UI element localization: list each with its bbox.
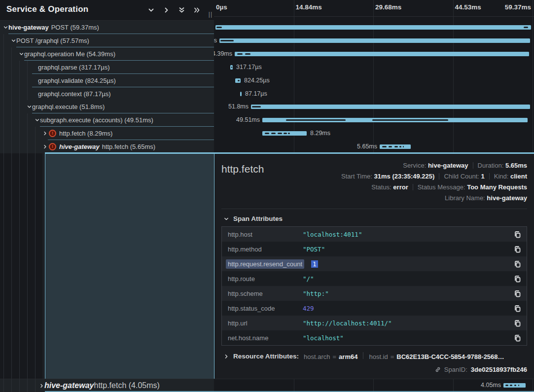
chevron-right-icon bbox=[32, 91, 38, 97]
panel-resize-handle[interactable]: || bbox=[209, 11, 213, 18]
attribute-value: "http://localhost:4011/" bbox=[303, 320, 514, 327]
attribute-row[interactable]: http.request.resend_count1 bbox=[222, 256, 527, 271]
error-status-icon: ! bbox=[49, 143, 56, 150]
span-duration-bar[interactable] bbox=[380, 144, 411, 149]
self-time-mark bbox=[389, 146, 392, 147]
span-tree: hive-gatewayPOST (59.37ms)POST /graphql … bbox=[0, 21, 214, 153]
bottom-span-row[interactable]: hive-gatewayhttp.fetch (4.05ms) bbox=[0, 379, 534, 392]
self-time-mark bbox=[220, 40, 234, 41]
attribute-row[interactable]: net.host.name"localhost" bbox=[222, 330, 527, 345]
meta-separator bbox=[413, 184, 413, 190]
tree-row-http.fetch[interactable]: !http.fetch (8.29ms) bbox=[0, 127, 214, 140]
attribute-key: http.host bbox=[228, 231, 303, 238]
span-label: hive-gatewayhttp.fetch (5.65ms) bbox=[59, 143, 155, 150]
attribute-row[interactable]: http.url"http://localhost:4011/" bbox=[222, 316, 527, 330]
tree-row-graphql.parse[interactable]: graphql.parse (317.17µs) bbox=[0, 61, 214, 74]
meta-label: Status: bbox=[371, 183, 393, 191]
copy-icon[interactable] bbox=[514, 320, 522, 327]
resource-separator bbox=[363, 352, 363, 359]
chevron-down-icon[interactable] bbox=[34, 117, 40, 123]
resource-attributes-heading: Resource Attributes: bbox=[233, 353, 299, 360]
span-attributes-toggle[interactable]: Span Attributes bbox=[223, 215, 527, 222]
tree-row-graphql.operation[interactable]: graphql.operation Me (54.39ms) bbox=[0, 47, 214, 61]
chevron-down-icon[interactable] bbox=[18, 51, 24, 57]
copy-icon[interactable] bbox=[514, 275, 522, 283]
span-duration-bar[interactable] bbox=[262, 118, 528, 122]
selected-span-expansion bbox=[45, 154, 214, 379]
tree-controls bbox=[147, 6, 201, 14]
collapse-one-icon[interactable] bbox=[147, 6, 155, 14]
meta-value: 31ms (23:35:49.225) bbox=[374, 173, 435, 180]
tree-row-POST[interactable]: POST /graphql (57.57ms) bbox=[0, 34, 214, 47]
attribute-row[interactable]: http.host"localhost:4011" bbox=[222, 227, 527, 242]
span-duration-bar[interactable] bbox=[230, 65, 233, 70]
span-label: POST /graphql (57.57ms) bbox=[16, 37, 89, 44]
span-attributes-table: http.host"localhost:4011"http.method"POS… bbox=[221, 226, 527, 346]
meta-label: Service: bbox=[403, 162, 428, 169]
self-time-mark bbox=[288, 133, 290, 134]
span-duration-bar[interactable] bbox=[262, 131, 307, 136]
attribute-row[interactable]: http.route"/" bbox=[222, 271, 527, 286]
chevron-down-icon[interactable] bbox=[26, 104, 32, 110]
span-meta: Service: hive-gatewayDuration: 5.65msSta… bbox=[341, 160, 527, 204]
copy-icon[interactable] bbox=[514, 231, 522, 238]
copy-icon[interactable] bbox=[514, 305, 522, 312]
tree-row-graphql.validate[interactable]: graphql.validate (824.25µs) bbox=[0, 74, 214, 87]
span-label: http.fetch (8.29ms) bbox=[59, 130, 112, 137]
span-duration-bar[interactable] bbox=[235, 78, 241, 83]
resource-attributes-toggle[interactable]: Resource Attributes: host.arch=arm64host… bbox=[223, 352, 527, 360]
copy-icon[interactable] bbox=[514, 290, 522, 297]
meta-separator bbox=[489, 173, 490, 179]
attribute-value: 1 bbox=[311, 260, 514, 268]
self-time-mark bbox=[271, 133, 276, 134]
attribute-row[interactable]: http.status_code429 bbox=[222, 301, 527, 316]
meta-label: Kind: bbox=[494, 173, 510, 180]
link-icon[interactable] bbox=[435, 367, 441, 373]
span-tree-panel: Service & Operation || hive-gatewayPOST … bbox=[0, 0, 214, 153]
span-label: graphql.execute (51.8ms) bbox=[32, 103, 105, 110]
attribute-value: "http:" bbox=[303, 290, 514, 297]
span-label: graphql.parse (317.17µs) bbox=[38, 64, 110, 71]
attribute-key: http.method bbox=[228, 246, 303, 253]
span-duration-bar[interactable] bbox=[240, 92, 242, 96]
meta-line: Start Time: 31ms (23:35:49.225)Child Cou… bbox=[341, 171, 527, 182]
copy-icon[interactable] bbox=[514, 260, 522, 268]
tree-row-http.fetch[interactable]: !hive-gatewayhttp.fetch (5.65ms) bbox=[0, 140, 214, 153]
span-duration-bar[interactable] bbox=[219, 38, 530, 43]
meta-label: Child Count: bbox=[444, 173, 481, 180]
tree-row-POST[interactable]: hive-gatewayPOST (59.37ms) bbox=[0, 21, 214, 34]
span-duration-bar[interactable] bbox=[235, 52, 529, 56]
expand-one-icon[interactable] bbox=[162, 6, 171, 14]
attribute-value: "localhost" bbox=[303, 334, 514, 342]
attribute-row[interactable]: http.scheme"http:" bbox=[222, 286, 527, 301]
span-duration-bar[interactable] bbox=[215, 25, 531, 30]
span-label: hive-gatewayhttp.fetch (4.05ms) bbox=[44, 381, 160, 390]
attribute-key: http.route bbox=[228, 275, 303, 283]
span-duration-bar[interactable] bbox=[251, 105, 530, 109]
span-title: http.fetch bbox=[221, 160, 264, 204]
copy-icon[interactable] bbox=[514, 334, 522, 342]
self-time-mark bbox=[403, 146, 404, 147]
ruler-tick-label: 59.37ms bbox=[505, 3, 531, 11]
attribute-row[interactable]: http.method"POST" bbox=[222, 242, 527, 256]
trace-viewer: 0µs14.84ms29.68ms44.53ms59.37ms 59.37ms5… bbox=[0, 0, 534, 392]
chevron-right-icon bbox=[223, 354, 229, 359]
expand-all-icon[interactable] bbox=[193, 6, 201, 14]
chevron-down-icon[interactable] bbox=[10, 37, 16, 43]
collapse-all-icon[interactable] bbox=[178, 6, 186, 14]
meta-label: Library Name: bbox=[445, 194, 487, 202]
tree-row-subgraph.execute[interactable]: subgraph.execute (accounts) (49.51ms) bbox=[0, 113, 214, 127]
copy-icon[interactable] bbox=[514, 246, 522, 253]
chevron-right-icon[interactable] bbox=[42, 144, 48, 150]
resource-key: host.arch bbox=[304, 353, 330, 360]
chevron-right-icon[interactable] bbox=[38, 383, 44, 389]
bottom-span-tree-item[interactable]: hive-gatewayhttp.fetch (4.05ms) bbox=[0, 379, 214, 392]
self-time-mark bbox=[245, 53, 250, 55]
tree-row-graphql.execute[interactable]: graphql.execute (51.8ms) bbox=[0, 100, 214, 113]
chevron-right-icon[interactable] bbox=[42, 131, 48, 137]
resource-equals: = bbox=[333, 353, 337, 360]
chevron-down-icon[interactable] bbox=[2, 25, 8, 31]
tree-indent-guides bbox=[0, 153, 45, 392]
resource-key: host.id bbox=[369, 353, 388, 360]
tree-row-graphql.context[interactable]: graphql.context (87.17µs) bbox=[0, 87, 214, 101]
